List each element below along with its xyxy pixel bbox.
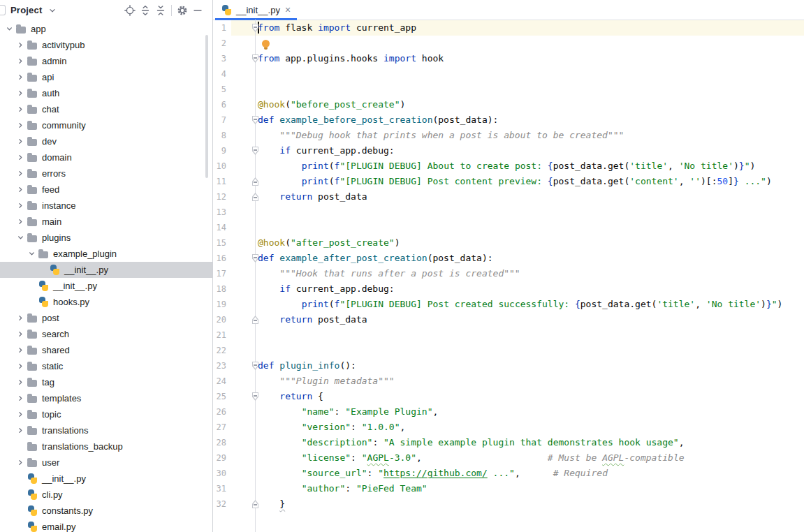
- code-line-5[interactable]: 5: [213, 82, 804, 97]
- tree-item-activitypub[interactable]: activitypub: [0, 37, 212, 53]
- fold-up-icon[interactable]: [231, 312, 255, 327]
- tree-item-hooks-py[interactable]: hooks.py: [0, 294, 212, 310]
- tree-item-email-py[interactable]: email.py: [0, 519, 212, 532]
- tree-item-example-plugin[interactable]: example_plugin: [0, 246, 212, 262]
- code-line-28[interactable]: 28 "description": "A simple example plug…: [213, 435, 804, 450]
- code-line-31[interactable]: 31 "author": "PieFed Team": [213, 481, 804, 496]
- code-area[interactable]: 1from flask import current_app23from app…: [213, 20, 804, 532]
- code-line-14[interactable]: 14: [213, 220, 804, 235]
- code-line-13[interactable]: 13: [213, 205, 804, 220]
- fold-up-icon[interactable]: [231, 174, 255, 189]
- chevron-right-icon[interactable]: [15, 377, 26, 387]
- chevron-right-icon[interactable]: [15, 168, 26, 179]
- settings-gear-icon[interactable]: [175, 3, 190, 18]
- code-line-2[interactable]: 2: [213, 36, 804, 51]
- fold-up-icon[interactable]: [231, 189, 255, 205]
- code-line-3[interactable]: 3from app.plugins.hooks import hook: [213, 51, 804, 66]
- tree-item-templates[interactable]: templates: [0, 390, 212, 406]
- chevron-right-icon[interactable]: [15, 409, 26, 420]
- code-line-25[interactable]: 25 return {: [213, 389, 804, 404]
- chevron-right-icon[interactable]: [15, 184, 26, 195]
- fold-down-icon[interactable]: [231, 143, 255, 158]
- code-line-27[interactable]: 27 "version": "1.0.0",: [213, 420, 804, 435]
- hide-tool-window-icon[interactable]: [190, 3, 205, 18]
- chevron-right-icon[interactable]: [15, 120, 26, 131]
- code-line-24[interactable]: 24 """Plugin metadata""": [213, 374, 804, 389]
- tree-item-static[interactable]: static: [0, 358, 212, 374]
- code-line-26[interactable]: 26 "name": "Example Plugin",: [213, 404, 804, 420]
- code-line-7[interactable]: 7def example_before_post_creation(post_d…: [213, 112, 804, 128]
- tree-item-search[interactable]: search: [0, 326, 212, 342]
- tree-item--init-py[interactable]: __init__.py: [0, 471, 212, 487]
- chevron-down-icon[interactable]: [15, 232, 26, 243]
- chevron-right-icon[interactable]: [15, 216, 26, 227]
- code-line-10[interactable]: 10 print(f"[PLUGIN DEBUG] About to creat…: [213, 158, 804, 174]
- code-line-17[interactable]: 17 """Hook that runs after a post is cre…: [213, 266, 804, 281]
- tree-item--init-py[interactable]: __init__.py: [0, 262, 212, 278]
- chevron-right-icon[interactable]: [15, 56, 26, 66]
- tree-item-translations[interactable]: translations: [0, 422, 212, 438]
- code-line-1[interactable]: 1from flask import current_app: [213, 20, 804, 36]
- chevron-right-icon[interactable]: [15, 40, 26, 50]
- tree-item-dev[interactable]: dev: [0, 133, 212, 149]
- tree-item-api[interactable]: api: [0, 69, 212, 85]
- tab-init-py[interactable]: __init__.py ×: [215, 0, 297, 20]
- fold-down-icon[interactable]: [231, 389, 255, 404]
- tree-item-shared[interactable]: shared: [0, 342, 212, 358]
- tree-item-instance[interactable]: instance: [0, 198, 212, 214]
- select-opened-file-icon[interactable]: [122, 3, 138, 18]
- code-line-6[interactable]: 6@hook("before_post_create"): [213, 97, 804, 112]
- chevron-right-icon[interactable]: [15, 393, 26, 404]
- code-line-11[interactable]: 11 print(f"[PLUGIN DEBUG] Post content p…: [213, 174, 804, 189]
- chevron-right-icon[interactable]: [15, 72, 26, 82]
- code-line-30[interactable]: 30 "source_url": "https://github.com/ ..…: [213, 466, 804, 481]
- tree-item-cli-py[interactable]: cli.py: [0, 487, 212, 503]
- fold-down-icon[interactable]: [231, 112, 255, 128]
- chevron-right-icon[interactable]: [15, 425, 26, 436]
- tree-item-domain[interactable]: domain: [0, 149, 212, 165]
- fold-up-icon[interactable]: [231, 496, 255, 512]
- tree-item-admin[interactable]: admin: [0, 53, 212, 69]
- code-line-23[interactable]: 23def plugin_info():: [213, 358, 804, 374]
- code-line-15[interactable]: 15@hook("after_post_create"): [213, 235, 804, 251]
- tree-item--init-py[interactable]: __init__.py: [0, 278, 212, 294]
- tree-item-main[interactable]: main: [0, 214, 212, 230]
- project-panel-title[interactable]: Project: [10, 5, 42, 15]
- code-line-22[interactable]: 22: [213, 343, 804, 358]
- chevron-right-icon[interactable]: [15, 313, 26, 323]
- code-line-21[interactable]: 21: [213, 327, 804, 343]
- chevron-right-icon[interactable]: [15, 457, 26, 468]
- chevron-right-icon[interactable]: [15, 104, 26, 114]
- fold-down-icon[interactable]: [231, 251, 255, 266]
- chevron-right-icon[interactable]: [15, 88, 26, 98]
- tree-item-tag[interactable]: tag: [0, 374, 212, 390]
- tree-item-community[interactable]: community: [0, 117, 212, 133]
- tree-item-post[interactable]: post: [0, 310, 212, 326]
- tree-item-constants-py[interactable]: constants.py: [0, 503, 212, 519]
- chevron-right-icon[interactable]: [15, 361, 26, 371]
- code-line-29[interactable]: 29 "license": "AGPL-3.0", # Must be AGPL…: [213, 450, 804, 466]
- tree-scrollbar-thumb[interactable]: [205, 35, 208, 178]
- chevron-right-icon[interactable]: [15, 152, 26, 163]
- tree-item-errors[interactable]: errors: [0, 165, 212, 182]
- tree-item-translations-backup[interactable]: translations_backup: [0, 438, 212, 455]
- code-line-9[interactable]: 9 if current_app.debug:: [213, 143, 804, 158]
- chevron-right-icon[interactable]: [15, 200, 26, 211]
- code-line-8[interactable]: 8 """Debug hook that prints when a post …: [213, 128, 804, 143]
- tree-item-chat[interactable]: chat: [0, 101, 212, 117]
- code-line-16[interactable]: 16def example_after_post_creation(post_d…: [213, 251, 804, 266]
- tree-item-user[interactable]: user: [0, 455, 212, 471]
- code-line-32[interactable]: 32 }: [213, 496, 804, 512]
- chevron-down-icon[interactable]: [27, 249, 37, 259]
- chevron-down-icon[interactable]: [47, 6, 57, 15]
- chevron-down-icon[interactable]: [4, 24, 15, 34]
- expand-all-icon[interactable]: [138, 3, 153, 18]
- code-line-18[interactable]: 18 if current_app.debug:: [213, 281, 804, 297]
- collapse-all-icon[interactable]: [153, 3, 168, 18]
- fold-down-icon[interactable]: [231, 51, 255, 66]
- chevron-right-icon[interactable]: [15, 329, 26, 339]
- fold-down-icon[interactable]: [231, 358, 255, 374]
- chevron-right-icon[interactable]: [15, 136, 26, 147]
- tree-item-auth[interactable]: auth: [0, 85, 212, 101]
- tree-item-app[interactable]: app: [0, 21, 212, 37]
